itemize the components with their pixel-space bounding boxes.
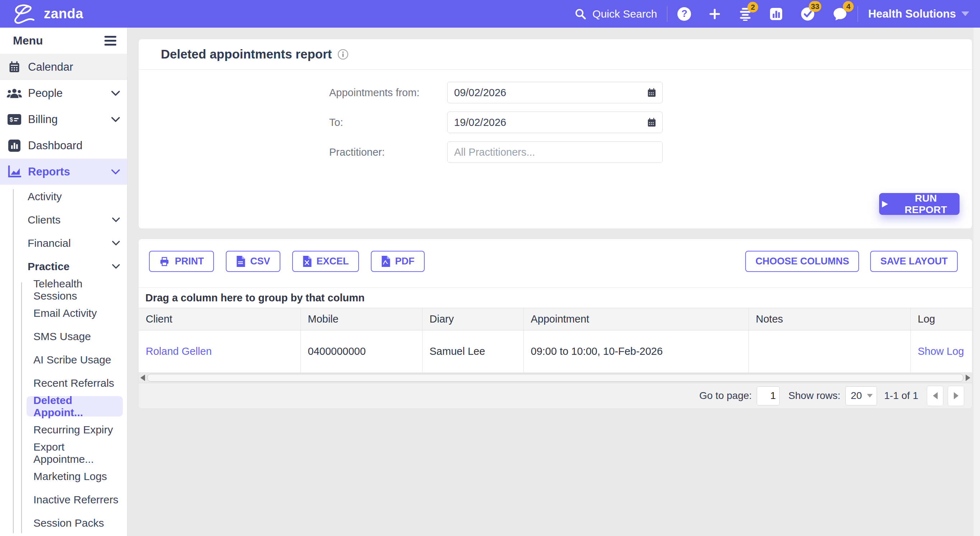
scroll-right-arrow-icon[interactable]: [966, 374, 970, 381]
sidebar-item-deleted-appointments[interactable]: Deleted Appoint...: [0, 395, 127, 418]
sidebar-item-recurring-expiry[interactable]: Recurring Expiry: [0, 418, 127, 441]
show-rows-label: Show rows:: [788, 390, 840, 401]
pagination-bar: Go to page: Show rows: 20 1-1 of 1: [138, 383, 972, 408]
play-icon: [881, 200, 889, 208]
practitioner-input[interactable]: [454, 146, 657, 158]
quick-search-button[interactable]: Quick Search: [574, 8, 657, 20]
brand-logo[interactable]: zanda: [11, 3, 83, 25]
column-header-client[interactable]: Client: [138, 308, 301, 330]
pdf-file-icon: [381, 256, 390, 267]
calendar-picker-icon[interactable]: [647, 118, 657, 127]
sidebar-item-billing[interactable]: $ Billing: [0, 106, 127, 132]
sidebar-item-sms-usage[interactable]: SMS Usage: [0, 325, 127, 348]
from-date-field: [447, 82, 663, 103]
messages-button[interactable]: 4: [832, 6, 848, 22]
rows-per-page-select[interactable]: 20: [845, 386, 877, 405]
report-filters: Appointments from: To:: [138, 70, 972, 163]
analytics-button[interactable]: [769, 7, 783, 21]
column-header-mobile[interactable]: Mobile: [301, 308, 422, 330]
to-date-field: [447, 112, 663, 133]
to-date-input[interactable]: [454, 117, 643, 128]
tasks-button[interactable]: 33: [800, 6, 815, 22]
choose-columns-button[interactable]: CHOOSE COLUMNS: [745, 251, 859, 272]
chevron-down-icon: [867, 394, 873, 398]
sidebar-item-session-packs[interactable]: Session Packs: [0, 511, 127, 534]
brand-name: zanda: [44, 6, 83, 22]
run-report-button[interactable]: RUN REPORT: [879, 193, 959, 215]
chevron-down-icon: [112, 217, 120, 222]
plus-icon: [708, 8, 721, 21]
add-button[interactable]: [708, 8, 721, 21]
waitlist-button[interactable]: 2: [738, 7, 752, 21]
waitlist-badge: 2: [748, 2, 758, 13]
group-by-dropzone[interactable]: Drag a column here to group by that colu…: [138, 287, 972, 308]
save-layout-button[interactable]: SAVE LAYOUT: [870, 251, 958, 272]
sidebar-item-clients[interactable]: Clients: [0, 208, 127, 232]
scroll-left-arrow-icon[interactable]: [140, 374, 145, 381]
excel-file-icon: [302, 256, 312, 267]
sidebar-item-reports[interactable]: Reports: [0, 159, 127, 185]
page-scrollbar[interactable]: [974, 28, 980, 536]
info-icon[interactable]: [337, 49, 348, 60]
chevron-down-icon: [111, 117, 120, 122]
cell-notes: [748, 330, 910, 373]
zanda-logo-icon: [11, 3, 40, 25]
form-row-practitioner: Practitioner:: [329, 141, 972, 163]
people-icon: [6, 87, 22, 99]
chevron-down-icon: [111, 169, 120, 174]
topbar-divider: [858, 6, 858, 22]
help-button[interactable]: ?: [678, 7, 691, 21]
form-row-from: Appointments from:: [329, 82, 972, 103]
svg-text:$: $: [10, 117, 13, 123]
scrollbar-thumb[interactable]: [147, 374, 964, 382]
pdf-button[interactable]: PDF: [371, 251, 425, 272]
topbar-actions: Quick Search ? 2: [574, 6, 969, 22]
sidebar-item-people[interactable]: People: [0, 80, 127, 106]
print-button[interactable]: PRINT: [149, 251, 214, 272]
tasks-badge: 33: [809, 1, 821, 12]
sidebar-item-activity[interactable]: Activity: [0, 185, 127, 208]
sidebar-item-telehealth-sessions[interactable]: Telehealth Sessions: [0, 278, 127, 301]
sidebar-item-export-appointments[interactable]: Export Appointme...: [0, 441, 127, 465]
show-log-link[interactable]: Show Log: [918, 346, 964, 357]
topbar-divider: [667, 6, 667, 22]
cell-log: Show Log: [910, 330, 972, 373]
sidebar-header: Menu: [0, 28, 127, 54]
column-header-notes[interactable]: Notes: [748, 308, 910, 330]
sidebar-item-recent-referrals[interactable]: Recent Referrals: [0, 371, 127, 395]
client-link[interactable]: Roland Gellen: [146, 346, 212, 357]
calendar-picker-icon[interactable]: [647, 88, 657, 98]
page-title: Deleted appointments report: [161, 47, 332, 61]
sidebar-item-calendar[interactable]: Calendar: [0, 54, 127, 80]
sidebar-item-financial[interactable]: Financial: [0, 232, 127, 255]
sidebar-item-marketing-logs[interactable]: Marketing Logs: [0, 465, 127, 488]
sidebar-item-ai-scribe-usage[interactable]: AI Scribe Usage: [0, 348, 127, 371]
sidebar-item-practice[interactable]: Practice: [0, 255, 127, 278]
run-report-row: RUN REPORT: [879, 193, 959, 215]
report-form-card: Deleted appointments report Appointments…: [138, 39, 972, 229]
layout-buttons: CHOOSE COLUMNS SAVE LAYOUT: [745, 251, 958, 272]
column-header-log[interactable]: Log: [910, 308, 972, 330]
dashboard-icon: [6, 140, 22, 152]
next-page-button[interactable]: [948, 386, 964, 406]
main-content: Deleted appointments report Appointments…: [128, 28, 980, 536]
hamburger-icon[interactable]: [105, 36, 116, 46]
from-date-input[interactable]: [454, 87, 643, 99]
page-number-input[interactable]: [757, 386, 780, 405]
row-range-text: 1-1 of 1: [884, 390, 918, 401]
report-results-card: PRINT CSV EXCEL: [138, 239, 972, 409]
excel-button[interactable]: EXCEL: [292, 251, 359, 272]
csv-button[interactable]: CSV: [226, 251, 280, 272]
sidebar-item-dashboard[interactable]: Dashboard: [0, 132, 127, 159]
csv-file-icon: [236, 256, 245, 267]
form-row-to: To:: [329, 112, 972, 133]
sidebar-item-inactive-referrers[interactable]: Inactive Referrers: [0, 488, 127, 511]
sidebar-item-email-activity[interactable]: Email Activity: [0, 301, 127, 325]
chevron-down-icon: [112, 264, 120, 269]
previous-page-button[interactable]: [927, 386, 943, 406]
column-header-appointment[interactable]: Appointment: [523, 308, 748, 330]
column-header-diary[interactable]: Diary: [422, 308, 523, 330]
sidebar: Menu Calendar: [0, 28, 127, 536]
account-menu[interactable]: Health Solutions: [868, 8, 969, 21]
arrow-right-icon: [954, 392, 958, 399]
